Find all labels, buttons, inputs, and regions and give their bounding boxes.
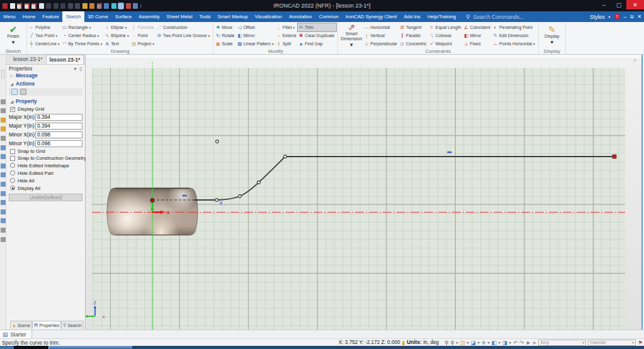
ellipse-button[interactable]: ○Ellipse▾ [104, 23, 131, 31]
catalog-icon-5[interactable] [1, 145, 6, 150]
export-red[interactable] [31, 3, 37, 9]
dd[interactable]: ▾ [509, 340, 511, 346]
catalog-icon-6[interactable] [1, 154, 6, 159]
rotate-button[interactable]: ↻Rotate [215, 31, 236, 40]
catalog-icon-4[interactable] [1, 136, 6, 141]
catalog-icon-15[interactable] [1, 237, 6, 242]
cursor-icon[interactable]: ➤ [526, 340, 530, 346]
mirror-button[interactable]: ◧Mirror [237, 31, 276, 40]
dd[interactable]: ▾ [478, 340, 480, 346]
display-grid-checkbox[interactable]: Display Grid [9, 106, 82, 113]
snap-to-construction-geometry-checkbox[interactable]: Snap to Construction Geometry [9, 155, 82, 162]
menu-tab-help-training[interactable]: Help/Training [424, 11, 459, 22]
move-button[interactable]: ✚Move [215, 23, 236, 31]
grid-view[interactable] [133, 3, 138, 9]
edit-dimension-button[interactable]: ✎Edit Dimension [492, 31, 537, 40]
penetrating-point-button[interactable]: ◐Penetrating Point [492, 23, 537, 31]
menu-tab-feature[interactable]: Feature [39, 11, 63, 22]
doc-close-icon[interactable]: ✕ [637, 14, 641, 19]
mirror-button[interactable]: ◧Mirror [463, 31, 492, 40]
undo[interactable] [89, 3, 94, 9]
construction-button[interactable]: ⋰Construction [156, 23, 212, 31]
toggle-teal[interactable] [111, 3, 116, 9]
new-file[interactable] [10, 3, 15, 9]
help-icon[interactable]: ? [614, 14, 620, 19]
menu-tab-add-ins[interactable]: Add-Ins [400, 11, 424, 22]
menu-tab-sketch[interactable]: Sketch [62, 11, 84, 22]
menu-tab-home[interactable]: Home [19, 11, 39, 22]
shaded-view-icon[interactable]: ◪ [471, 340, 476, 346]
menu-tab-menu[interactable]: Menu [0, 11, 19, 22]
horizontal-button[interactable]: ―Horizontal [363, 23, 399, 31]
doc-blue[interactable] [39, 3, 44, 9]
minimize-button[interactable]: – [596, 0, 611, 9]
fillet-button[interactable]: ◟Fillet▾ [276, 23, 298, 31]
sketch-canvas[interactable]: xxZYx ⌕ [86, 55, 641, 330]
tool-gray-1[interactable] [68, 3, 73, 9]
catalog-icon-0[interactable] [1, 99, 6, 104]
split-button[interactable]: ∤Split [276, 40, 298, 48]
cursor-alt-icon[interactable]: ➤ [532, 340, 536, 346]
input-major-x-in[interactable]: 0.394 [35, 114, 82, 121]
document-tab[interactable]: lesson 23-1* [10, 55, 46, 64]
snap-to-grid-checkbox[interactable]: Snap to Grid [9, 148, 82, 155]
dd[interactable]: ▾ [456, 340, 458, 346]
menu-tab-assembly[interactable]: Assembly [135, 11, 163, 22]
sphere-blue[interactable] [104, 3, 109, 9]
selection-filter-handle[interactable]: Handle▾ [588, 340, 636, 346]
polyline-button[interactable]: ⌐Polyline [28, 23, 61, 31]
parallel-button[interactable]: ∥Parallel [399, 31, 429, 40]
panel-tab-properties[interactable]: ▤Properties [32, 321, 62, 329]
dd[interactable]: ▾ [467, 340, 469, 346]
smart-dimension-button[interactable]: ⇗Smart Dimension▾ [339, 23, 363, 48]
concentric-button[interactable]: ◎Concentric [399, 40, 429, 48]
underdefined-button[interactable]: UnderDefined [9, 194, 82, 201]
offset-button[interactable]: ◁Offset [237, 23, 276, 31]
find-gap-button[interactable]: ▲Find Gap [298, 40, 336, 48]
perpendicular-button[interactable]: ⊥Perpendicular [363, 40, 399, 48]
units-value[interactable]: in, deg [423, 340, 439, 345]
catalog-icon-11[interactable] [1, 200, 6, 205]
redo[interactable] [97, 3, 102, 9]
strip-grip[interactable] [1, 70, 4, 79]
scale-button[interactable]: ▣Scale [215, 40, 236, 48]
render-icon[interactable]: ◧ [492, 340, 497, 346]
menu-tab-3d-curve[interactable]: 3D Curve [84, 11, 111, 22]
section-property[interactable]: ◢Property [6, 98, 85, 105]
catalog-icon-7[interactable] [1, 163, 6, 169]
dd[interactable]: ▾ [499, 340, 500, 346]
canvas-pin-icon[interactable]: ⌕ [634, 57, 636, 64]
zoom-out-icon[interactable]: ⚲ [444, 340, 448, 346]
catalog-icon-8[interactable] [1, 172, 6, 177]
catalog-icon-13[interactable] [1, 218, 6, 223]
edit-action-icon[interactable] [11, 89, 18, 95]
display-button[interactable]: ✎Display▾ [540, 23, 564, 48]
document-tab[interactable]: lesson 23-1* [46, 55, 84, 64]
midpoint-button[interactable]: ✓Midpoint [429, 40, 463, 48]
more[interactable]: ⁝ [140, 3, 145, 9]
center-radius-button[interactable]: ◔Center Radius▾ [61, 31, 104, 40]
styles-menu[interactable]: Styles [590, 14, 604, 20]
section-actions[interactable]: ◢Actions [6, 80, 85, 87]
equal-length-button[interactable]: =Equal Length [429, 23, 463, 31]
linear-pattern-button[interactable]: ▦Linear Pattern▾ [237, 40, 276, 48]
doc-gray-1[interactable] [46, 3, 51, 9]
vertical-button[interactable]: |Vertical [363, 31, 399, 40]
app-icon[interactable] [3, 3, 8, 9]
panel-tab-scene[interactable]: ▲Scene [10, 321, 32, 329]
hide-all-radio[interactable]: Hide All [9, 177, 82, 185]
extend-button[interactable]: →Extend [276, 31, 298, 40]
menu-tab-common[interactable]: Common [315, 11, 342, 22]
starter-tab[interactable]: ▤ Starter [0, 330, 32, 338]
rectangle-button[interactable]: ▭Rectangle▾ [61, 23, 104, 31]
clear-duplicate-button[interactable]: ✖Clear Duplicate [298, 31, 336, 40]
doc-active[interactable] [118, 3, 123, 9]
points-horizontal-button[interactable]: ↔Points Horizontal▾ [492, 40, 537, 48]
by-three-points-button[interactable]: ◠By Three Points▾ [61, 40, 104, 48]
command-search[interactable]: ⚲ Search Commands... [466, 14, 524, 20]
camera-icon[interactable]: ◳ [460, 340, 465, 346]
menu-tab-ironcad-synergy-client[interactable]: IronCAD Synergy Client [342, 11, 400, 22]
window-red-blue[interactable] [126, 3, 131, 9]
doc-gray-2[interactable] [54, 3, 59, 9]
input-minor-y-in[interactable]: 0.098 [35, 140, 82, 147]
